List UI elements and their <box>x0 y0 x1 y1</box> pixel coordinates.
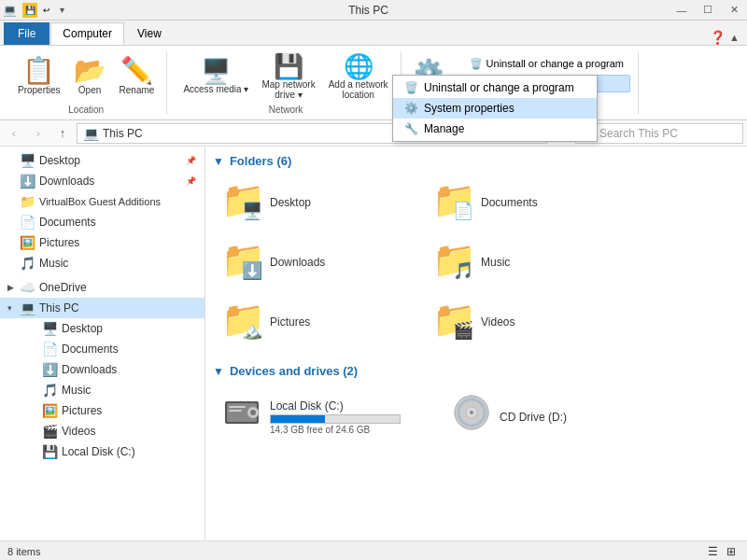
open-button[interactable]: 📂 Open <box>69 55 111 98</box>
folders-collapse-arrow[interactable]: ▼ <box>213 155 224 168</box>
access-media-button[interactable]: 🖥️ Access media ▾ <box>178 56 253 97</box>
maximize-button[interactable]: ☐ <box>695 0 721 21</box>
tab-file[interactable]: File <box>4 22 49 45</box>
list-view-button[interactable]: ☰ <box>704 543 721 560</box>
map-network-drive-button[interactable]: 💾 Map networkdrive ▾ <box>257 51 319 103</box>
quick-access-dropdown[interactable]: ▾ <box>56 3 68 18</box>
quick-access-save[interactable]: 💾 <box>22 3 37 18</box>
sidebar-item-virtualbox[interactable]: 📁 VirtualBox Guest Additions <box>0 191 204 212</box>
access-media-label: Access media ▾ <box>183 84 248 94</box>
sidebar-item-downloads[interactable]: ⬇️ Downloads 📌 <box>0 171 204 191</box>
help-button[interactable]: ❓ <box>710 30 726 45</box>
uninstall-icon: 🗑️ <box>470 58 483 70</box>
sidebar-item-desktop2[interactable]: 🖥️ Desktop <box>11 318 204 339</box>
onedrive-expand: ▶ <box>7 283 19 292</box>
close-button[interactable]: ✕ <box>721 0 747 21</box>
forward-button[interactable]: › <box>28 123 49 144</box>
folder-documents[interactable]: 📁 📄 Documents <box>424 175 629 230</box>
sidebar-item-downloads2[interactable]: ⬇️ Downloads <box>11 359 204 380</box>
uninstall-program-button[interactable]: 🗑️ Uninstall or change a program <box>463 55 630 73</box>
ribbon-content: 📋 Properties 📂 Open ✏️ Rename Location 🖥… <box>0 45 747 119</box>
folder-videos[interactable]: 📁 🎬 Videos <box>424 295 629 349</box>
popup-manage[interactable]: 🔧 Manage <box>393 119 597 139</box>
desktop-folder-icon-wrap: 📁 🖥️ <box>221 182 262 223</box>
ribbon-collapse-button[interactable]: ▲ <box>729 32 740 43</box>
this-pc-icon: 💻 <box>19 300 35 316</box>
ribbon-group-location: 📋 Properties 📂 Open ✏️ Rename Location <box>6 51 167 115</box>
sidebar-item-pictures[interactable]: 🖼️ Pictures <box>0 232 204 253</box>
svg-point-8 <box>470 411 473 414</box>
properties-button[interactable]: 📋 Properties <box>13 55 65 98</box>
search-box[interactable]: 🔍 Search This PC <box>575 123 743 144</box>
music-folder-label: Music <box>481 256 510 269</box>
rename-button[interactable]: ✏️ Rename <box>115 55 160 98</box>
sidebar-music2-label: Music <box>62 384 91 397</box>
location-group-label: Location <box>68 105 104 115</box>
sidebar-item-onedrive[interactable]: ▶ ☁️ OneDrive <box>0 277 204 298</box>
open-icon: 📂 <box>74 58 106 84</box>
popup-uninstall[interactable]: 🗑️ Uninstall or change a program <box>393 77 597 98</box>
add-network-location-button[interactable]: 🌐 Add a networklocation <box>324 51 393 103</box>
ribbon: File Computer View ❓ ▲ 📋 Properties 📂 Op… <box>0 21 747 120</box>
music-folder-icon-wrap: 📁 🎵 <box>432 242 473 283</box>
grid-view-button[interactable]: ⊞ <box>723 543 740 560</box>
sidebar-item-music2[interactable]: 🎵 Music <box>11 380 204 400</box>
folder-music[interactable]: 📁 🎵 Music <box>424 235 629 289</box>
quick-access-undo[interactable]: ↩ <box>39 3 54 18</box>
sidebar-item-local-disk[interactable]: 💾 Local Disk (C:) <box>11 441 204 462</box>
add-network-label: Add a networklocation <box>329 79 388 100</box>
sidebar-item-documents[interactable]: 📄 Documents <box>0 212 204 232</box>
devices-header: ▼ Devices and drives (2) <box>213 364 740 378</box>
dl2-icon: ⬇️ <box>41 361 58 378</box>
tab-view[interactable]: View <box>125 22 174 45</box>
folder-pictures[interactable]: 📁 🏔️ Pictures <box>213 295 418 349</box>
popup-system-properties[interactable]: ⚙️ System properties <box>393 98 597 119</box>
this-pc-expand: ▾ <box>7 303 19 313</box>
search-placeholder: Search This PC <box>599 127 678 140</box>
folder-desktop[interactable]: 📁 🖥️ Desktop <box>213 175 418 230</box>
add-network-icon: 🌐 <box>344 54 374 78</box>
drive-d[interactable]: CD Drive (D:) <box>443 385 667 448</box>
back-button[interactable]: ‹ <box>4 123 24 144</box>
music2-icon: 🎵 <box>41 382 58 399</box>
svg-rect-5 <box>229 410 242 412</box>
sidebar-videos2-label: Videos <box>62 425 95 438</box>
sidebar-pics2-label: Pictures <box>62 404 102 417</box>
videos-folder-icon-wrap: 📁 🎬 <box>432 301 473 343</box>
sidebar-item-this-pc[interactable]: ▾ 💻 This PC <box>0 298 204 318</box>
drive-c[interactable]: Local Disk (C:) 14.3 GB free of 24.6 GB <box>213 385 437 448</box>
sidebar-item-pictures2[interactable]: 🖼️ Pictures <box>11 400 204 421</box>
window-controls: — ☐ ✕ <box>669 0 747 21</box>
drive-c-progress-fill <box>271 415 325 423</box>
up-button[interactable]: ↑ <box>52 123 73 144</box>
popup-uninstall-icon: 🗑️ <box>404 81 418 94</box>
docs2-icon: 📄 <box>41 341 58 357</box>
sidebar-item-desktop[interactable]: 🖥️ Desktop 📌 <box>0 150 204 171</box>
minimize-button[interactable]: — <box>669 0 695 21</box>
tab-computer[interactable]: Computer <box>50 22 124 45</box>
devices-collapse-arrow[interactable]: ▼ <box>213 365 224 378</box>
folder-downloads[interactable]: 📁 ⬇️ Downloads <box>213 235 418 289</box>
popup-sys-label: System properties <box>424 102 514 115</box>
window-title: This PC <box>68 4 669 17</box>
vid2-icon: 🎬 <box>41 423 58 440</box>
vbox-icon: 📁 <box>19 193 35 210</box>
sidebar-docs2-label: Documents <box>62 343 119 356</box>
drive-c-icon <box>221 392 262 441</box>
desktop-folder-label: Desktop <box>270 196 311 209</box>
folders-grid: 📁 🖥️ Desktop 📁 📄 Documents 📁 ⬇️ Do <box>213 175 740 349</box>
music-overlay-icon: 🎵 <box>453 260 473 281</box>
network-group-label: Network <box>269 105 303 115</box>
drive-c-space: 14.3 GB free of 24.6 GB <box>270 425 401 435</box>
sidebar-item-videos2[interactable]: 🎬 Videos <box>11 421 204 441</box>
title-bar: 💻 💾 ↩ ▾ This PC — ☐ ✕ <box>0 0 747 21</box>
sidebar-item-documents2[interactable]: 📄 Documents <box>11 339 204 359</box>
status-bar: 8 items ☰ ⊞ <box>0 540 747 560</box>
content-panel: ▼ Folders (6) 📁 🖥️ Desktop 📁 📄 Documents <box>205 147 747 540</box>
drive-d-icon <box>451 392 492 441</box>
folders-header-label: Folders (6) <box>230 154 291 168</box>
path-icon: 💻 <box>83 126 99 141</box>
downloads-folder-label: Downloads <box>270 256 325 269</box>
access-media-icon: 🖥️ <box>201 59 231 83</box>
sidebar-item-music[interactable]: 🎵 Music <box>0 253 204 273</box>
